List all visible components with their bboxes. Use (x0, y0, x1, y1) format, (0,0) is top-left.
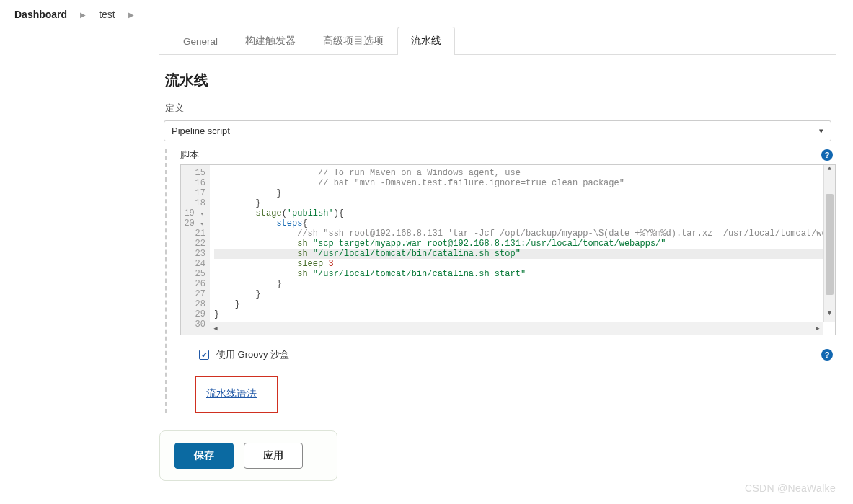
definition-select-value: Pipeline script (172, 125, 230, 136)
scroll-left-icon[interactable]: ◀ (210, 322, 221, 335)
field-group-bar (165, 149, 167, 413)
section-title-pipeline: 流水线 (165, 71, 836, 90)
config-tabs: General 构建触发器 高级项目选项 流水线 (159, 26, 836, 55)
watermark: CSDN @NeaWalke (745, 482, 836, 494)
help-icon[interactable]: ? (821, 149, 833, 161)
scroll-down-icon[interactable]: ▼ (824, 310, 835, 322)
scrollbar-horizontal[interactable]: ◀ ▶ (210, 322, 823, 335)
editor-code[interactable]: // To run Maven on a Windows agent, use … (210, 165, 835, 335)
button-bar: 保存 应用 (159, 430, 337, 481)
chevron-down-icon: ▾ (819, 126, 823, 136)
main-content: General 构建触发器 高级项目选项 流水线 流水线 定义 Pipeline… (159, 26, 836, 504)
sandbox-checkbox[interactable] (199, 350, 209, 360)
pipeline-syntax-link[interactable]: 流水线语法 (206, 387, 257, 399)
definition-label: 定义 (165, 102, 836, 115)
sandbox-label: 使用 Groovy 沙盒 (216, 348, 289, 361)
tab-general[interactable]: General (169, 28, 231, 54)
script-field-label: 脚本 (180, 149, 199, 162)
scrollbar-vertical[interactable]: ▲ ▼ (823, 165, 835, 322)
scroll-right-icon[interactable]: ▶ (812, 322, 823, 335)
scroll-up-icon[interactable]: ▲ (824, 165, 835, 177)
tab-pipeline[interactable]: 流水线 (397, 27, 455, 55)
editor-gutter: 15 16 17 18 19 ▾20 ▾21 22 23 24 25 26 27… (181, 165, 210, 335)
chevron-right-icon: ▶ (128, 11, 134, 19)
save-button[interactable]: 保存 (174, 443, 234, 469)
apply-button[interactable]: 应用 (244, 443, 303, 469)
chevron-right-icon: ▶ (80, 11, 86, 19)
syntax-link-highlight: 流水线语法 (195, 376, 278, 413)
breadcrumb-item-dashboard[interactable]: Dashboard (14, 9, 67, 20)
tab-build-triggers[interactable]: 构建触发器 (231, 27, 309, 55)
script-editor[interactable]: 15 16 17 18 19 ▾20 ▾21 22 23 24 25 26 27… (180, 164, 836, 335)
breadcrumb: Dashboard ▶ test ▶ (0, 0, 853, 25)
definition-select[interactable]: Pipeline script ▾ (164, 120, 831, 141)
tab-advanced-options[interactable]: 高级项目选项 (309, 27, 397, 55)
breadcrumb-item-test[interactable]: test (99, 9, 115, 20)
help-icon[interactable]: ? (821, 349, 833, 361)
